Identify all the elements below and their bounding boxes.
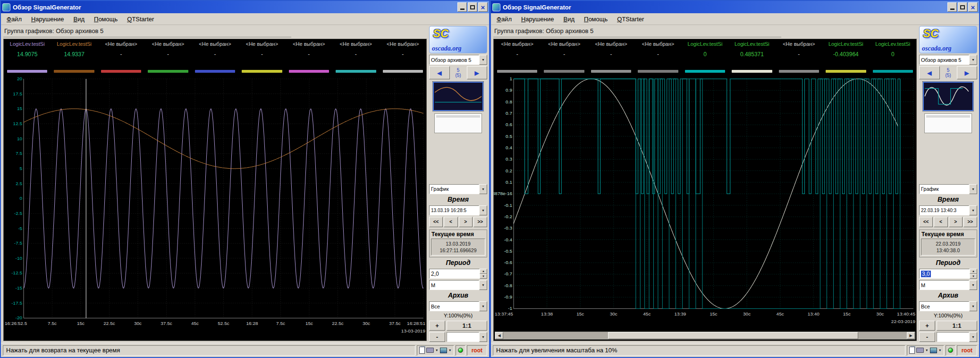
close-button[interactable]: × (968, 2, 978, 12)
channel-selector[interactable]: <Не выбран>- (776, 39, 822, 76)
channel-selector[interactable]: LogicLev.testSi0 (870, 39, 916, 76)
time-combo[interactable]: 22.03.19 13:40:3 ▼ (919, 205, 977, 215)
minimize-button[interactable] (947, 2, 957, 12)
step-fast-forward-button[interactable]: >> (963, 217, 977, 227)
display-icon[interactable] (930, 348, 937, 353)
menu-item-помощь[interactable]: Помощь (90, 15, 122, 24)
archive-combo[interactable]: Все ▼ (919, 301, 977, 311)
printer-icon[interactable] (916, 348, 924, 353)
spin-up-icon[interactable]: ▲ (480, 269, 487, 274)
document-icon[interactable] (419, 347, 425, 354)
period-unit-combo[interactable]: М ▼ (919, 280, 977, 290)
scrollbar-thumb[interactable] (608, 332, 858, 339)
chevron-down-icon[interactable]: ▼ (435, 349, 439, 352)
scale-combo[interactable]: ▼ (447, 332, 487, 342)
menu-item-qtstarter[interactable]: QTStarter (123, 15, 158, 24)
channel-selector[interactable]: <Не выбран>- (144, 39, 191, 76)
chevron-down-icon[interactable]: ▼ (448, 349, 452, 352)
chevron-down-icon[interactable]: ▼ (938, 349, 942, 352)
trend-thumbnail[interactable] (433, 82, 483, 111)
chevron-down-icon[interactable]: ▼ (969, 205, 977, 215)
spin-down-icon[interactable]: ▼ (480, 274, 487, 279)
menu-item-вид[interactable]: Вид (69, 15, 89, 24)
menu-item-файл[interactable]: Файл (2, 15, 26, 24)
channel-selector[interactable]: <Не выбран>- (286, 39, 332, 76)
menu-item-помощь[interactable]: Помощь (580, 15, 612, 24)
step-fast-back-button[interactable]: << (429, 217, 443, 227)
document-thumbnail[interactable] (434, 113, 482, 133)
step-fast-back-button[interactable]: << (919, 217, 933, 227)
display-icon[interactable] (440, 348, 447, 353)
chevron-down-icon[interactable]: ▼ (969, 184, 977, 194)
menu-item-нарушение[interactable]: Нарушение (27, 15, 68, 24)
maximize-button[interactable] (958, 2, 967, 12)
chevron-down-icon[interactable]: ▼ (479, 280, 487, 290)
zoom-reset-button[interactable]: 1:1 (937, 321, 977, 331)
zoom-out-button[interactable]: - (919, 332, 935, 342)
scroll-left-icon[interactable]: ◀ (495, 332, 503, 339)
trend-plot[interactable]: 16:26:52.57.5с15с22.5с30с37.5с45с52.5с16… (4, 76, 426, 341)
step-forward-button[interactable]: > (459, 217, 473, 227)
period-unit-combo[interactable]: М ▼ (429, 280, 487, 290)
step-back-button[interactable]: < (934, 217, 947, 227)
trend-plot[interactable]: 13:37:4513:3815с30с45с13:3915с30с45с13:4… (494, 76, 916, 331)
menu-item-файл[interactable]: Файл (492, 15, 516, 24)
period-spinbox[interactable]: 3,0 ▲ ▼ (919, 269, 977, 279)
step-back-button[interactable]: < (444, 217, 457, 227)
chevron-down-icon[interactable]: ▼ (969, 301, 977, 311)
chevron-down-icon[interactable]: ▼ (479, 184, 487, 194)
titlebar[interactable]: Обзор SignalGenerator × (1, 1, 489, 13)
chevron-down-icon[interactable]: ▼ (479, 332, 487, 342)
scale-combo[interactable]: ▼ (937, 332, 977, 342)
scroll-right-icon[interactable]: ▶ (907, 332, 915, 339)
view-combo[interactable]: График ▼ (429, 184, 487, 194)
channel-selector[interactable]: <Не выбран>- (192, 39, 238, 76)
minimize-button[interactable] (457, 2, 467, 12)
prev-page-button[interactable]: ◀ (429, 66, 450, 79)
document-thumbnail[interactable] (924, 113, 972, 133)
channel-selector[interactable]: <Не выбран>- (588, 39, 634, 76)
period-spinbox[interactable]: 2,0 ▲ ▼ (429, 269, 487, 279)
chevron-down-icon[interactable]: ▼ (969, 55, 977, 65)
printer-icon[interactable] (426, 348, 434, 353)
channel-selector[interactable]: <Не выбран>- (332, 39, 379, 76)
menu-item-вид[interactable]: Вид (559, 15, 579, 24)
view-combo[interactable]: График ▼ (919, 184, 977, 194)
document-icon[interactable] (909, 347, 915, 354)
menu-item-qtstarter[interactable]: QTStarter (613, 15, 648, 24)
chevron-down-icon[interactable]: ▼ (969, 280, 977, 290)
channel-selector[interactable]: LogicLev.testSi14.9337 (51, 39, 97, 76)
time-combo[interactable]: 13.03.19 16:28:5 ▼ (429, 205, 487, 215)
channel-selector[interactable]: LogicLev.testSi0 (682, 39, 728, 76)
trend-thumbnail[interactable] (923, 82, 973, 111)
channel-selector[interactable]: <Не выбран>- (380, 39, 426, 76)
menu-item-нарушение[interactable]: Нарушение (517, 15, 558, 24)
spin-up-icon[interactable]: ▲ (970, 269, 977, 274)
chevron-down-icon[interactable]: ▼ (925, 349, 929, 352)
maximize-button[interactable] (468, 2, 477, 12)
titlebar[interactable]: Обзор SignalGenerator × (491, 1, 979, 13)
zoom-reset-button[interactable]: 1:1 (447, 321, 487, 331)
chevron-down-icon[interactable]: ▼ (969, 332, 977, 342)
channel-selector[interactable]: LogicLev.testSi-0.403964 (822, 39, 869, 76)
archive-group-combo[interactable]: Обзор архивов 5 ▼ (429, 55, 487, 65)
channel-selector[interactable]: <Не выбран>- (634, 39, 681, 76)
channel-selector[interactable]: <Не выбран>- (541, 39, 587, 76)
prev-page-button[interactable]: ◀ (919, 66, 940, 79)
archive-combo[interactable]: Все ▼ (429, 301, 487, 311)
chevron-down-icon[interactable]: ▼ (479, 205, 487, 215)
zoom-in-button[interactable]: + (429, 321, 445, 331)
horizontal-scrollbar[interactable]: ◀ ▶ (495, 332, 915, 340)
step-forward-button[interactable]: > (949, 217, 963, 227)
chevron-down-icon[interactable]: ▼ (479, 55, 487, 65)
chevron-down-icon[interactable]: ▼ (479, 301, 487, 311)
channel-selector[interactable]: LogicLev.testSi0.485371 (728, 39, 775, 76)
next-page-button[interactable]: ▶ (957, 66, 978, 79)
zoom-out-button[interactable]: - (429, 332, 445, 342)
next-page-button[interactable]: ▶ (467, 66, 488, 79)
channel-selector[interactable]: <Не выбран>- (238, 39, 285, 76)
channel-selector[interactable]: <Не выбран>- (98, 39, 144, 76)
archive-group-combo[interactable]: Обзор архивов 5 ▼ (919, 55, 977, 65)
zoom-in-button[interactable]: + (919, 321, 935, 331)
step-fast-forward-button[interactable]: >> (473, 217, 487, 227)
